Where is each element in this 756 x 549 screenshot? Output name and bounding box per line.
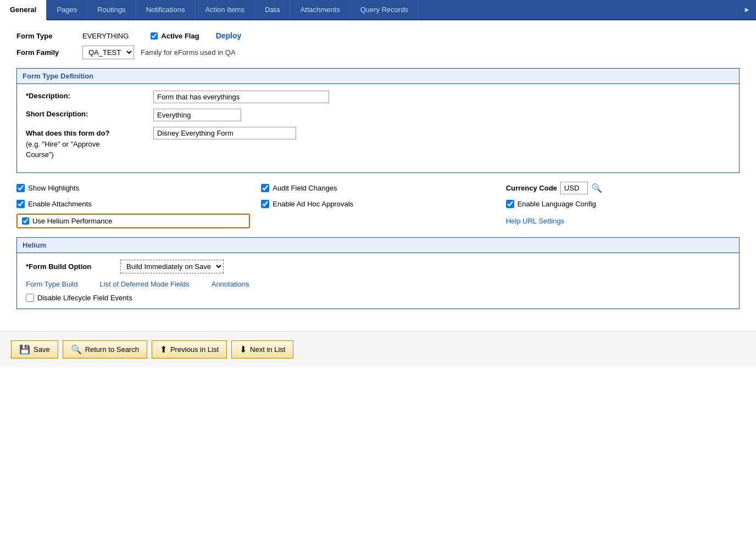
tab-attachments[interactable]: Attachments [290, 0, 350, 19]
family-description: Family for eForms used in QA [141, 48, 236, 57]
form-family-select[interactable]: QA_TEST [82, 46, 134, 59]
use-helium-checkbox[interactable] [22, 217, 29, 225]
next-icon: ⬇ [240, 344, 247, 355]
tab-notifications[interactable]: Notifications [136, 0, 196, 19]
what-row: What does this form do?(e.g. "Hire" or "… [26, 127, 730, 160]
return-to-search-label: Return to Search [85, 345, 139, 354]
enable-adhoc-label: Enable Ad Hoc Approvals [273, 200, 353, 208]
tab-routings[interactable]: Routings [87, 0, 136, 19]
help-url-link[interactable]: Help URL Settings [506, 217, 564, 225]
show-highlights-label: Show Highlights [28, 184, 79, 192]
deferred-mode-link[interactable]: List of Deferred Mode Fields [99, 280, 189, 288]
currency-search-icon[interactable]: 🔍 [591, 183, 602, 193]
helium-section-box: Helium *Form Build Option Build Immediat… [16, 237, 740, 309]
short-desc-row: Short Description: [26, 109, 730, 121]
enable-language-label: Enable Language Config [518, 200, 596, 208]
previous-label: Previous in List [170, 345, 219, 354]
previous-button[interactable]: ⬆ Previous in List [152, 340, 227, 358]
build-option-row: *Form Build Option Build Immediately on … [26, 260, 730, 273]
checkboxes-section: Show Highlights Audit Field Changes Curr… [16, 182, 740, 228]
form-type-value: EVERYTHING [82, 32, 129, 40]
helium-links: Form Type Build List of Deferred Mode Fi… [26, 280, 730, 288]
tab-action-items[interactable]: Action Items [195, 0, 255, 19]
definition-content: *Description: Short Description: What do… [17, 84, 739, 172]
currency-input[interactable] [560, 182, 588, 194]
description-row: *Description: [26, 91, 730, 103]
tab-query-records[interactable]: Query Records [351, 0, 419, 19]
enable-language-checkbox[interactable] [506, 200, 514, 208]
disable-lifecycle-label: Disable Lifecycle Field Events [37, 294, 132, 302]
form-header-section: Form Type EVERYTHING Active Flag Deploy … [16, 31, 740, 59]
form-type-definition-box: Form Type Definition *Description: Short… [16, 68, 740, 173]
what-input[interactable] [153, 127, 296, 139]
description-label: *Description: [26, 91, 147, 100]
tab-data[interactable]: Data [255, 0, 290, 19]
use-helium-item: Use Helium Performance [16, 214, 250, 228]
return-to-search-button[interactable]: 🔍 Return to Search [63, 340, 147, 358]
audit-field-label: Audit Field Changes [273, 184, 337, 192]
tab-bar: General Pages Routings Notifications Act… [0, 0, 756, 20]
disable-lifecycle-item: Disable Lifecycle Field Events [26, 294, 730, 302]
helium-content: *Form Build Option Build Immediately on … [17, 253, 739, 309]
enable-adhoc-checkbox[interactable] [261, 200, 269, 208]
return-icon: 🔍 [71, 344, 82, 355]
tab-general[interactable]: General [0, 0, 47, 20]
form-type-row: Form Type EVERYTHING Active Flag Deploy [16, 31, 740, 40]
short-desc-input[interactable] [153, 109, 241, 121]
form-family-label: Form Family [16, 48, 82, 57]
description-input[interactable] [153, 91, 329, 103]
next-button[interactable]: ⬇ Next in List [231, 340, 293, 358]
show-highlights-checkbox[interactable] [16, 184, 25, 192]
save-label: Save [34, 345, 50, 354]
form-type-build-link[interactable]: Form Type Build [26, 280, 77, 288]
enable-adhoc-item: Enable Ad Hoc Approvals [261, 200, 494, 208]
form-family-row: Form Family QA_TEST Family for eForms us… [16, 46, 740, 59]
build-option-select[interactable]: Build Immediately on SaveDefer BuildManu… [120, 260, 224, 273]
active-flag-label: Active Flag [161, 32, 199, 40]
form-type-label: Form Type [16, 32, 82, 40]
short-desc-label: Short Description: [26, 109, 147, 118]
helium-title: Helium [17, 238, 739, 253]
audit-field-checkbox[interactable] [261, 184, 269, 192]
audit-field-item: Audit Field Changes [261, 184, 494, 192]
disable-lifecycle-checkbox[interactable] [26, 294, 34, 302]
bottom-bar: 💾 Save 🔍 Return to Search ⬆ Previous in … [0, 331, 756, 367]
save-icon: 💾 [19, 344, 30, 355]
enable-attachments-item: Enable Attachments [16, 200, 250, 208]
deploy-group: Deploy [216, 31, 242, 40]
main-content: Form Type EVERYTHING Active Flag Deploy … [0, 20, 756, 331]
build-option-label: *Form Build Option [26, 262, 114, 271]
help-url-cell: Help URL Settings [506, 217, 740, 225]
previous-icon: ⬆ [160, 344, 167, 355]
enable-attachments-checkbox[interactable] [16, 200, 25, 208]
tab-scroll-right[interactable]: ► [738, 0, 756, 19]
annotations-link[interactable]: Annotations [212, 280, 249, 288]
enable-attachments-label: Enable Attachments [28, 200, 92, 208]
deploy-link[interactable]: Deploy [216, 31, 242, 40]
currency-group: Currency Code 🔍 [506, 182, 740, 194]
enable-language-item: Enable Language Config [506, 200, 740, 208]
currency-label: Currency Code [506, 184, 557, 192]
tab-pages[interactable]: Pages [47, 0, 87, 19]
show-highlights-item: Show Highlights [16, 184, 250, 192]
next-label: Next in List [250, 345, 285, 354]
active-flag-group: Active Flag [151, 32, 199, 40]
definition-title: Form Type Definition [17, 69, 739, 84]
what-label: What does this form do?(e.g. "Hire" or "… [26, 127, 147, 160]
save-button[interactable]: 💾 Save [11, 340, 58, 358]
active-flag-checkbox[interactable] [151, 32, 158, 40]
use-helium-label: Use Helium Performance [32, 217, 112, 225]
